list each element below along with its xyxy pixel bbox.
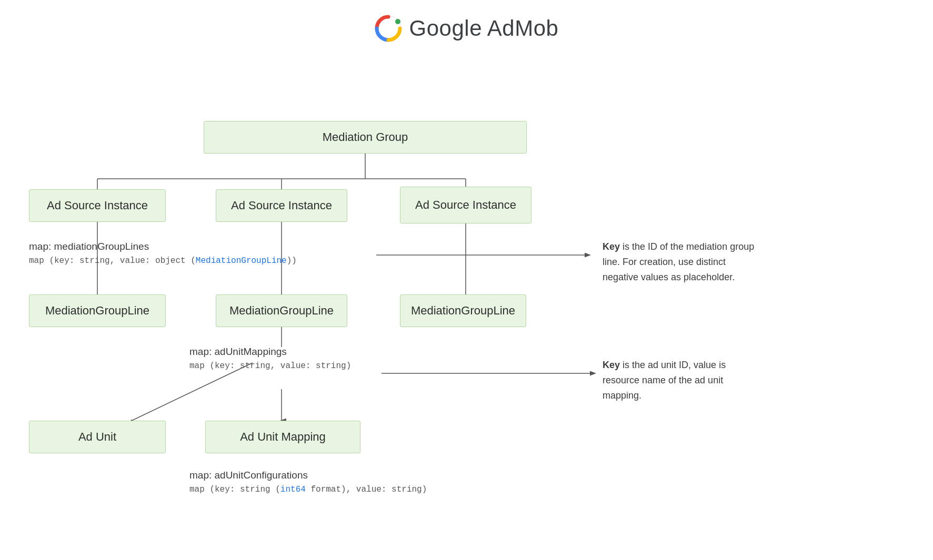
mediation-group-line-box-3: MediationGroupLine — [400, 294, 526, 327]
note-1-rest: is the ID of the mediation group line. F… — [603, 241, 754, 282]
map-ad-unit-mappings-label: map: adUnitMappings map (key: string, va… — [189, 344, 351, 372]
ad-source-instance-box-2: Ad Source Instance — [216, 189, 347, 222]
note-1-bold: Key — [603, 241, 620, 252]
page-title: Google AdMob — [409, 16, 559, 41]
page-header: Google AdMob — [0, 0, 933, 53]
map-mediation-group-lines-label: map: mediationGroupLines map (key: strin… — [29, 239, 297, 267]
mediation-group-line-box-2: MediationGroupLine — [216, 294, 347, 327]
map-label-3-line1: map: adUnitConfigurations — [189, 468, 427, 483]
map-label-3-line2: map (key: string (int64 format), value: … — [189, 483, 427, 496]
ad-source-instance-box-1: Ad Source Instance — [29, 189, 166, 222]
note-ad-unit-id: Key is the ad unit ID, value is resource… — [603, 358, 760, 403]
diagram-container: Mediation Group Ad Source Instance Ad So… — [0, 53, 933, 557]
note-2-rest: is the ad unit ID, value is resource nam… — [603, 360, 726, 401]
ad-unit-mapping-box: Ad Unit Mapping — [205, 421, 360, 453]
ad-unit-box: Ad Unit — [29, 421, 166, 453]
map-label-1-line1: map: mediationGroupLines — [29, 239, 297, 254]
note-2-bold: Key — [603, 360, 620, 370]
ad-source-instance-box-3: Ad Source Instance — [400, 187, 531, 223]
mediation-group-line-box-1: MediationGroupLine — [29, 294, 166, 327]
map-ad-unit-configurations-label: map: adUnitConfigurations map (key: stri… — [189, 468, 427, 496]
map-label-2-line2: map (key: string, value: string) — [189, 360, 351, 372]
admob-logo-icon — [375, 15, 402, 42]
map-label-1-line2: map (key: string, value: object (Mediati… — [29, 254, 297, 267]
svg-point-1 — [395, 19, 400, 24]
map-label-2-line1: map: adUnitMappings — [189, 344, 351, 360]
mediation-group-box: Mediation Group — [204, 121, 527, 154]
note-mediation-group-line: Key is the ID of the mediation group lin… — [603, 239, 760, 284]
